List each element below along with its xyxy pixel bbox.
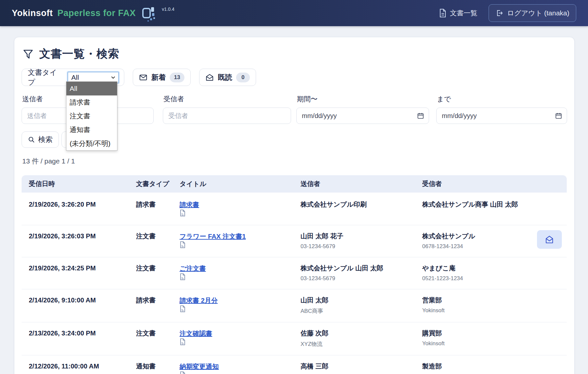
doc-type-dropdown: All請求書注文書通知書(未分類/不明) xyxy=(66,81,117,151)
document-icon xyxy=(180,338,301,346)
doc-type-value: 通知書 xyxy=(136,362,180,370)
document-title-link[interactable]: フラワー FAX 注文書1 xyxy=(180,233,246,240)
document-title-link[interactable]: 納期変更通知 xyxy=(180,363,219,370)
received-datetime: 2/13/2026, 3:24:00 PM xyxy=(29,329,136,337)
logout-icon xyxy=(495,9,503,17)
version-label: v1.0.4 xyxy=(162,7,174,12)
receiver-name: 株式会社サンプル xyxy=(422,232,532,240)
doc-type-value: 注文書 xyxy=(136,329,180,337)
sender-detail: ABC商事 xyxy=(301,307,422,315)
table-row[interactable]: 2/19/2026, 3:24:25 PM 注文書 ご注文書 株式会社サンプル … xyxy=(22,257,567,289)
document-title-link[interactable]: 請求書 2月分 xyxy=(180,297,218,304)
logout-button[interactable]: ログアウト (tanaka) xyxy=(489,4,576,22)
received-datetime: 2/14/2026, 9:10:00 AM xyxy=(29,296,136,304)
dropdown-option[interactable]: All xyxy=(66,82,117,95)
nav-doc-list-label: 文書一覧 xyxy=(450,8,477,18)
doc-type-value: 請求書 xyxy=(136,200,180,209)
date-from-input[interactable]: mm/dd/yyyy xyxy=(296,108,429,124)
receiver-name: 営業部 xyxy=(422,296,532,304)
header-received: 受信日時 xyxy=(22,179,136,188)
read-mail-filter-button[interactable]: 既読 0 xyxy=(199,69,256,86)
document-table: 受信日時 文書タイプ タイトル 送信者 受信者 2/19/2026, 3:26:… xyxy=(22,175,567,374)
sender-name: 佐藤 次郎 xyxy=(301,329,422,337)
table-header-row: 受信日時 文書タイプ タイトル 送信者 受信者 xyxy=(22,175,567,193)
mail-open-icon xyxy=(205,73,214,82)
product-name: Paperless for FAX xyxy=(58,8,136,18)
table-row[interactable]: 2/19/2026, 3:26:20 PM 請求書 請求書 株式会社サンプル印刷… xyxy=(22,193,567,225)
new-mail-count-badge: 13 xyxy=(170,73,184,82)
sender-detail: XYZ物流 xyxy=(301,340,422,348)
table-row[interactable]: 2/19/2026, 3:26:03 PM 注文書 フラワー FAX 注文書1 … xyxy=(22,225,567,257)
received-datetime: 2/19/2026, 3:24:25 PM xyxy=(29,264,136,272)
receiver-detail: 0521-1223-1234 xyxy=(422,275,532,282)
filter-funnel-icon xyxy=(22,48,34,60)
new-mail-filter-button[interactable]: 新着 13 xyxy=(133,69,191,86)
document-title-link[interactable]: 注文確認書 xyxy=(180,330,212,337)
sender-name: 株式会社サンプル 山田 太郎 xyxy=(301,264,422,272)
document-icon xyxy=(180,305,301,313)
page-title: 文書一覧・検索 xyxy=(39,46,119,61)
date-from-placeholder: mm/dd/yyyy xyxy=(302,112,337,120)
received-datetime: 2/12/2026, 11:00:00 AM xyxy=(29,362,136,370)
calendar-icon[interactable] xyxy=(417,112,424,119)
doc-type-value: 請求書 xyxy=(136,296,180,304)
received-datetime: 2/19/2026, 3:26:03 PM xyxy=(29,232,136,240)
calendar-icon[interactable] xyxy=(555,112,562,119)
date-from-label: 期間〜 xyxy=(297,94,429,104)
mail-open-icon xyxy=(545,235,554,245)
result-count: 13 件 / page 1 / 1 xyxy=(22,157,567,166)
search-icon xyxy=(28,136,35,143)
table-row[interactable]: 2/14/2026, 9:10:00 AM 請求書 請求書 2月分 山田 太郎 … xyxy=(22,289,567,322)
read-mail-count-badge: 0 xyxy=(236,73,250,82)
receiver-input[interactable] xyxy=(163,108,291,124)
document-title-link[interactable]: ご注文書 xyxy=(180,265,206,272)
top-bar: Yokinsoft Paperless for FAX v1.0.4 xyxy=(0,0,588,26)
dropdown-option[interactable]: 請求書 xyxy=(66,95,117,109)
document-icon xyxy=(180,273,301,280)
dropdown-option[interactable]: 注文書 xyxy=(66,109,117,123)
nav-doc-list-link[interactable]: 文書一覧 xyxy=(439,8,477,18)
dropdown-option[interactable]: (未分類/不明) xyxy=(66,137,117,150)
logout-label: ログアウト (tanaka) xyxy=(507,8,569,18)
document-icon xyxy=(180,209,301,217)
receiver-detail: 0678-1234-1234 xyxy=(422,243,532,250)
table-row[interactable]: 2/12/2026, 11:00:00 AM 通知書 納期変更通知 高橋 三郎 … xyxy=(22,355,567,374)
header-receiver: 受信者 xyxy=(422,179,532,188)
header-sender: 送信者 xyxy=(301,179,422,188)
document-table-body: 2/19/2026, 3:26:20 PM 請求書 請求書 株式会社サンプル印刷… xyxy=(22,193,567,374)
brand: Yokinsoft Paperless for FAX v1.0.4 xyxy=(12,5,174,22)
receiver-name: 製造部 xyxy=(422,362,532,370)
doc-type-value: 注文書 xyxy=(136,232,180,240)
chevron-down-icon xyxy=(111,75,116,80)
header-title: タイトル xyxy=(180,179,301,188)
brand-name: Yokinsoft xyxy=(12,8,53,18)
document-icon xyxy=(180,241,301,248)
mail-closed-icon xyxy=(139,73,147,82)
mark-read-mail-button[interactable] xyxy=(537,230,562,249)
doc-type-label: 文書タイプ xyxy=(28,68,64,87)
doc-type-value: 注文書 xyxy=(136,264,180,272)
receiver-name: やまびこ庵 xyxy=(422,264,532,272)
sender-detail: 03-1234-5679 xyxy=(301,243,422,250)
document-icon xyxy=(439,8,447,18)
receiver-label: 受信者 xyxy=(164,94,291,104)
sender-name: 山田 太郎 花子 xyxy=(301,232,422,240)
table-row[interactable]: 2/13/2026, 3:24:00 PM 注文書 注文確認書 佐藤 次郎 XY… xyxy=(22,322,567,355)
receiver-detail: Yokinsoft xyxy=(422,307,532,314)
sender-name: 株式会社サンプル印刷 xyxy=(301,200,422,209)
receiver-detail: Yokinsoft xyxy=(422,340,532,347)
received-datetime: 2/19/2026, 3:26:20 PM xyxy=(29,200,136,209)
sender-name: 山田 太郎 xyxy=(301,296,422,304)
dropdown-option[interactable]: 通知書 xyxy=(66,123,117,137)
receiver-name: 購買部 xyxy=(422,329,532,337)
receiver-name: 株式会社サンプル商事 山田 太郎 xyxy=(422,200,532,209)
date-to-input[interactable]: mm/dd/yyyy xyxy=(436,108,567,124)
document-title-link[interactable]: 請求書 xyxy=(180,201,199,208)
read-mail-label: 既読 xyxy=(218,73,232,82)
sender-detail: 03-1234-5679 xyxy=(301,275,422,282)
document-icon xyxy=(180,371,301,374)
sender-name: 高橋 三郎 xyxy=(301,362,422,370)
search-label: 検索 xyxy=(38,135,53,144)
search-button[interactable]: 検索 xyxy=(22,131,59,148)
header-doc-type: 文書タイプ xyxy=(136,179,180,188)
